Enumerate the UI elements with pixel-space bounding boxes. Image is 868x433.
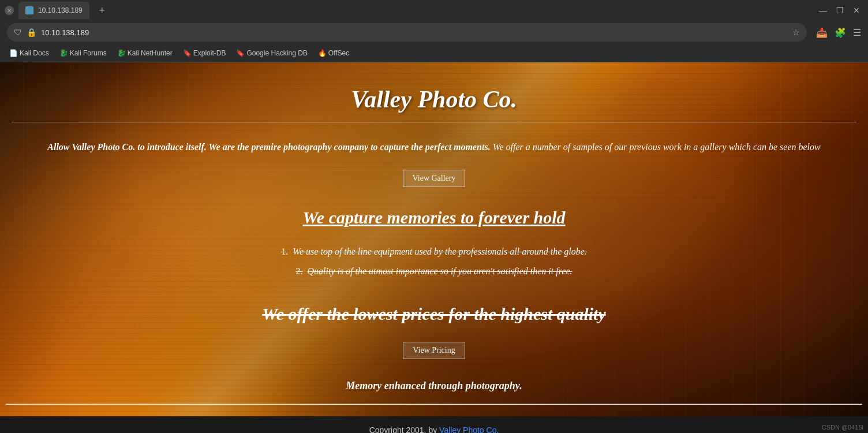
bookmark-kali-docs-label: Kali Docs <box>20 49 49 57</box>
kali-nethunter-favicon: 🐉 <box>117 49 125 57</box>
header-divider <box>12 122 856 122</box>
restore-button[interactable]: ❐ <box>833 5 847 16</box>
kali-docs-favicon: 📄 <box>9 49 17 57</box>
new-tab-button[interactable]: + <box>94 2 110 18</box>
footer-divider <box>6 404 862 405</box>
bookmark-exploit-db-label: Exploit-DB <box>193 49 226 57</box>
bookmark-kali-docs[interactable]: 📄 Kali Docs <box>5 48 54 58</box>
tab-title: 10.10.138.189 <box>38 6 83 14</box>
tagline: Memory enhanced through photography. <box>0 368 868 404</box>
footer-link[interactable]: Valley Photo Co. <box>439 425 499 433</box>
bookmark-kali-nethunter-label: Kali NetHunter <box>128 49 173 57</box>
view-gallery-button[interactable]: View Gallery <box>403 170 466 187</box>
tab-controls: — ❐ ✕ <box>815 5 863 16</box>
bookmark-kali-forums[interactable]: 🐉 Kali Forums <box>55 48 111 58</box>
kali-forums-favicon: 🐉 <box>59 49 68 57</box>
site-footer: Copyright 2001, by Valley Photo Co. <box>0 416 868 433</box>
exploit-db-favicon: 🔖 <box>183 49 191 57</box>
bookmark-offsec[interactable]: 🔥 OffSec <box>313 48 354 58</box>
browser-addressbar: 🛡 🔒 10.10.138.189 ☆ 📥 🧩 ☰ <box>0 21 868 44</box>
menu-button[interactable]: ☰ <box>853 27 861 38</box>
list-number-1: 1. <box>281 247 288 256</box>
memories-heading: We capture memories to forever hold <box>0 196 868 236</box>
feature-2-text: Quality is of the utmost importance so i… <box>307 266 572 276</box>
google-hacking-favicon: 🔖 <box>236 49 244 57</box>
bookmark-kali-forums-label: Kali Forums <box>70 49 107 57</box>
website-content: Valley Photo Co. Allow Valley Photo Co. … <box>0 62 868 416</box>
bookmark-google-hacking-label: Google Hacking DB <box>246 49 307 57</box>
feature-1-text: We use top of the line equipment used by… <box>293 247 587 256</box>
browser-tab[interactable]: 🌐 10.10.138.189 <box>18 2 89 19</box>
lock-icon: 🔒 <box>27 28 36 37</box>
bookmark-exploit-db[interactable]: 🔖 Exploit-DB <box>178 48 231 58</box>
intro-rest-text: We offer a number of samples of our prev… <box>491 142 821 152</box>
tab-close-button[interactable]: ✕ <box>5 6 14 15</box>
footer-copyright: Copyright 2001, by <box>369 425 439 433</box>
shield-icon: 🛡 <box>14 28 22 37</box>
address-input[interactable]: 10.10.138.189 <box>41 28 788 37</box>
intro-paragraph: Allow Valley Photo Co. to introduce itse… <box>0 134 868 160</box>
address-bar-icons: ☆ <box>792 28 800 37</box>
pricing-heading: We offer the lowest prices for the highe… <box>0 293 868 333</box>
tab-favicon: 🌐 <box>25 6 33 14</box>
browser-titlebar: ✕ 🌐 10.10.138.189 + — ❐ ✕ <box>0 0 868 21</box>
star-icon[interactable]: ☆ <box>792 28 800 37</box>
intro-bold-text: Allow Valley Photo Co. to introduce itse… <box>47 142 490 152</box>
minimize-button[interactable]: — <box>815 5 830 16</box>
bookmark-offsec-label: OffSec <box>328 49 349 57</box>
site-title: Valley Photo Co. <box>0 74 868 122</box>
browser-toolbar-icons: 📥 🧩 ☰ <box>816 27 861 38</box>
features-list: 1.We use top of the line equipment used … <box>0 242 868 281</box>
offsec-favicon: 🔥 <box>318 49 326 57</box>
extensions-button[interactable]: 🧩 <box>835 27 846 38</box>
csdn-watermark: CSDN @0415i <box>822 424 863 431</box>
bookmark-kali-nethunter[interactable]: 🐉 Kali NetHunter <box>113 48 177 58</box>
bookmark-google-hacking-db[interactable]: 🔖 Google Hacking DB <box>231 48 312 58</box>
pocket-button[interactable]: 📥 <box>816 27 828 38</box>
list-number-2: 2. <box>295 266 302 276</box>
page-content: Valley Photo Co. Allow Valley Photo Co. … <box>0 62 868 416</box>
list-item: 1.We use top of the line equipment used … <box>0 242 868 262</box>
view-pricing-button[interactable]: View Pricing <box>403 342 465 359</box>
list-item: 2.Quality is of the utmost importance so… <box>0 262 868 281</box>
close-window-button[interactable]: ✕ <box>850 5 863 16</box>
browser-chrome: ✕ 🌐 10.10.138.189 + — ❐ ✕ 🛡 🔒 10.10.138.… <box>0 0 868 62</box>
bookmarks-bar: 📄 Kali Docs 🐉 Kali Forums 🐉 Kali NetHunt… <box>0 44 868 62</box>
address-bar-wrapper[interactable]: 🛡 🔒 10.10.138.189 ☆ <box>7 23 807 42</box>
